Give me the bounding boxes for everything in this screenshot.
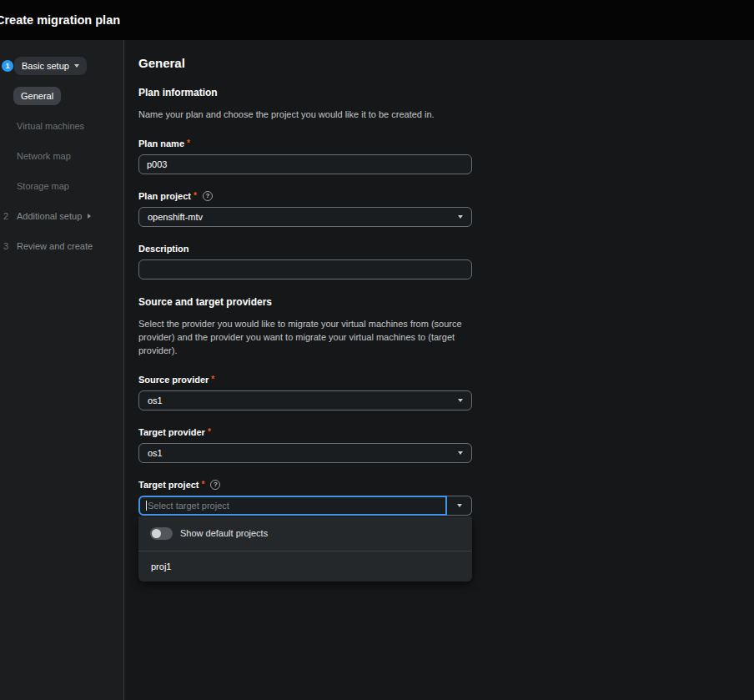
help-icon[interactable]: ? — [203, 191, 213, 201]
step-basic-setup-row: 1 Basic setup — [0, 51, 123, 81]
step-basic-setup-label: Basic setup — [22, 61, 69, 71]
required-asterisk: * — [194, 192, 197, 200]
source-provider-select[interactable]: os1 — [138, 390, 472, 410]
target-project-menu-header: Show default projects — [138, 516, 472, 551]
caret-down-icon — [458, 399, 463, 402]
sidebar-item-network-map[interactable]: Network map — [0, 141, 123, 171]
step-2-number: 2 — [3, 211, 17, 221]
caret-down-icon — [458, 451, 463, 455]
switch-knob — [152, 529, 161, 538]
target-project-label-row: Target project * ? — [138, 480, 472, 490]
plan-name-label: Plan name — [138, 138, 184, 149]
step-3-number: 3 — [3, 241, 17, 251]
show-default-projects-switch[interactable] — [150, 527, 173, 540]
step-additional-setup-label: Additional setup — [17, 211, 82, 221]
target-provider-select[interactable]: os1 — [138, 443, 472, 463]
plan-project-label: Plan project — [138, 191, 191, 201]
target-project-input[interactable]: Select target project — [138, 496, 447, 516]
create-migration-plan-page: Create migration plan 1 Basic setup Gene… — [0, 0, 754, 700]
source-provider-label-row: Source provider * — [138, 375, 472, 385]
show-default-projects-label: Show default projects — [180, 528, 268, 538]
target-provider-label: Target provider — [138, 427, 205, 437]
wizard-layout: 1 Basic setup General Virtual machines N… — [0, 40, 754, 700]
plan-name-input[interactable] — [138, 154, 472, 174]
target-provider-field: Target provider * os1 — [138, 427, 472, 463]
page-header: Create migration plan — [0, 0, 754, 40]
caret-down-icon — [457, 504, 462, 507]
plan-project-field: Plan project * ? openshift-mtv — [138, 191, 472, 227]
target-project-label: Target project — [138, 480, 199, 490]
sidebar-item-storage-map[interactable]: Storage map — [0, 171, 123, 201]
plan-information-section: Plan information Name your plan and choo… — [138, 87, 737, 279]
target-project-menu: Show default projects proj1 — [138, 516, 472, 582]
required-asterisk: * — [202, 481, 205, 489]
sidebar-item-general-row: General — [0, 81, 123, 111]
plan-project-select[interactable]: openshift-mtv — [138, 207, 472, 227]
plan-information-description: Name your plan and choose the project yo… — [138, 108, 472, 122]
target-provider-selected-value: os1 — [148, 448, 163, 458]
step-review-and-create[interactable]: 3 Review and create — [0, 231, 123, 261]
source-provider-field: Source provider * os1 — [138, 375, 472, 410]
providers-description: Select the provider you would like to mi… — [138, 318, 472, 358]
required-asterisk: * — [211, 375, 214, 384]
providers-heading: Source and target providers — [138, 296, 737, 308]
caret-down-icon — [74, 64, 79, 68]
text-cursor — [146, 501, 147, 511]
description-label: Description — [138, 244, 189, 254]
plan-project-selected-value: openshift-mtv — [148, 212, 203, 222]
step-1-badge: 1 — [2, 60, 13, 72]
help-icon[interactable]: ? — [210, 480, 220, 490]
required-asterisk: * — [187, 139, 190, 148]
wizard-step-content: General Plan information Name your plan … — [124, 40, 754, 700]
required-asterisk: * — [208, 428, 211, 436]
step-content-title: General — [138, 56, 737, 70]
plan-information-heading: Plan information — [138, 87, 737, 98]
menu-item-proj1[interactable]: proj1 — [138, 551, 472, 582]
step-basic-setup-toggle[interactable]: Basic setup — [14, 57, 87, 75]
sidebar-item-virtual-machines[interactable]: Virtual machines — [0, 111, 123, 141]
step-additional-setup[interactable]: 2 Additional setup — [0, 201, 123, 231]
plan-name-field: Plan name * — [138, 138, 472, 174]
target-project-control: Select target project — [138, 496, 472, 516]
target-project-placeholder: Select target project — [148, 501, 229, 511]
step-review-and-create-label: Review and create — [17, 241, 93, 251]
sidebar-item-general[interactable]: General — [13, 87, 61, 105]
plan-project-label-row: Plan project * ? — [138, 191, 472, 201]
source-provider-selected-value: os1 — [148, 395, 163, 405]
page-title: Create migration plan — [0, 13, 120, 27]
target-project-field: Target project * ? Select target project — [138, 480, 472, 582]
chevron-right-icon — [88, 214, 91, 219]
description-input[interactable] — [138, 259, 472, 279]
description-label-row: Description — [138, 244, 472, 254]
target-provider-label-row: Target provider * — [138, 427, 472, 437]
plan-name-label-row: Plan name * — [138, 138, 472, 149]
source-provider-label: Source provider — [138, 375, 209, 385]
target-project-dropdown-toggle[interactable] — [447, 496, 472, 516]
caret-down-icon — [458, 215, 463, 219]
description-field: Description — [138, 244, 472, 279]
wizard-nav: 1 Basic setup General Virtual machines N… — [0, 40, 124, 700]
providers-section: Source and target providers Select the p… — [138, 296, 737, 582]
